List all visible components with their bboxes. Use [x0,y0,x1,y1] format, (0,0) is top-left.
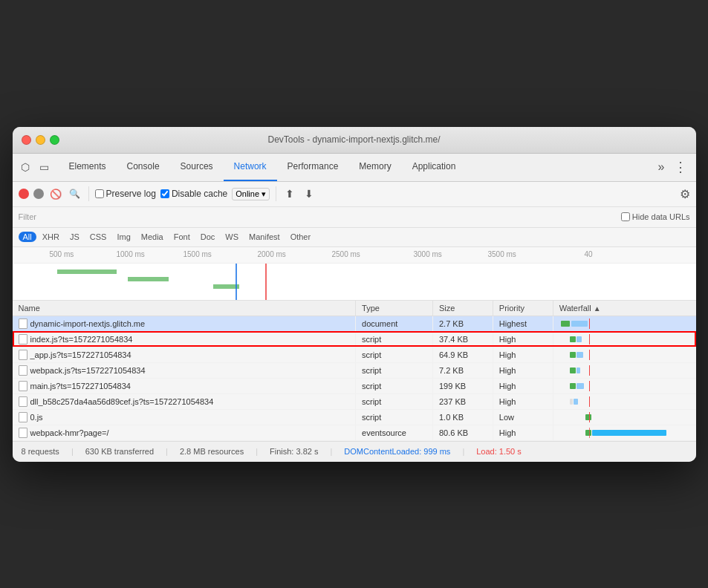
preserve-log-checkbox[interactable] [95,189,104,198]
filter-bar: Filter Hide data URLs [13,207,696,228]
table-row[interactable]: _app.js?ts=1572271054834 script 64.9 KB … [13,347,696,362]
type-filter-manifest[interactable]: Manifest [244,232,285,242]
file-icon [19,334,27,344]
header-type[interactable]: Type [356,301,433,316]
resources-size: 2.8 MB resources [180,447,244,456]
row-type: script [356,331,433,347]
row-priority: High [493,362,553,378]
row-name: webpack-hmr?page=/ [13,425,356,440]
tab-performance[interactable]: Performance [277,154,349,181]
network-table-container[interactable]: Name Type Size Priority Waterfall ▲ dyna… [13,301,696,441]
wf-load-line [589,381,590,391]
type-filter-xhr[interactable]: XHR [38,232,64,242]
row-name: _app.js?ts=1572271054834 [13,347,356,362]
type-filter-doc[interactable]: Doc [196,232,220,242]
row-waterfall [553,393,695,409]
row-waterfall [553,409,695,425]
wf-load-line [589,428,590,438]
traffic-lights [22,135,59,145]
row-waterfall [553,316,695,331]
row-size: 80.6 KB [432,425,493,440]
type-filter-ws[interactable]: WS [221,232,243,242]
type-filter-all[interactable]: All [19,232,36,242]
table-row[interactable]: main.js?ts=1572271054834 script 199 KB H… [13,378,696,393]
tab-network[interactable]: Network [224,154,277,181]
row-priority: High [493,378,553,393]
search-button[interactable]: 🔍 [68,186,82,201]
file-icon [19,365,27,376]
header-waterfall[interactable]: Waterfall ▲ [553,301,695,316]
network-toolbar: 🚫 🔍 Preserve log Disable cache Online ▾ … [13,182,696,207]
maximize-button[interactable] [50,135,59,145]
tab-application[interactable]: Application [402,154,467,181]
file-icon [19,381,27,391]
hide-data-urls[interactable]: Hide data URLs [621,212,690,221]
wf-bar-green [570,383,576,389]
wf-load-line [589,350,590,360]
row-priority: Low [493,409,553,425]
tab-bar: ⬡ ▭ Elements Console Sources Network Per… [13,154,696,182]
wf-load-line [589,412,590,422]
upload-button[interactable]: ⬆ [282,186,297,201]
table-row[interactable]: webpack.js?ts=1572271054834 script 7.2 K… [13,362,696,378]
table-header-row: Name Type Size Priority Waterfall ▲ [13,301,696,316]
more-tabs-button[interactable]: » [654,160,669,174]
row-size: 199 KB [432,378,493,393]
device-icon[interactable]: ▭ [36,159,53,175]
header-size[interactable]: Size [432,301,493,316]
type-filter-js[interactable]: JS [65,232,84,242]
clear-button[interactable]: 🚫 [48,186,63,201]
header-priority[interactable]: Priority [493,301,553,316]
settings-button[interactable]: ⚙ [680,187,690,201]
download-button[interactable]: ⬇ [302,186,316,201]
type-filter-img[interactable]: Img [112,232,134,242]
record-button[interactable] [19,189,29,199]
tab-memory[interactable]: Memory [348,154,401,181]
minimize-button[interactable] [36,135,45,145]
wf-bar-blue [577,336,582,342]
table-row[interactable]: dll_b58c257da4aa56d89cef.js?ts=157227105… [13,393,696,409]
table-row[interactable]: 0.js script 1.0 KB Low [13,409,696,425]
disable-cache-label: Disable cache [160,189,227,199]
load-line [265,264,267,301]
devtools-menu-button[interactable]: ⋮ [669,159,692,175]
tab-sources[interactable]: Sources [170,154,224,181]
wf-bar-green [585,430,591,436]
wf-bar-green [561,321,570,327]
row-type: document [356,316,433,331]
stop-button[interactable] [33,189,44,199]
row-waterfall [553,425,695,440]
type-filter-other[interactable]: Other [286,232,316,242]
row-type: script [356,393,433,409]
type-filter-media[interactable]: Media [137,232,168,242]
disable-cache-checkbox[interactable] [160,189,169,198]
close-button[interactable] [22,135,31,145]
wf-bar-green [570,336,576,342]
wf-bar-blue [577,383,584,389]
hide-data-urls-checkbox[interactable] [621,212,630,221]
tab-console[interactable]: Console [117,154,170,181]
wf-bar-blue [577,352,583,358]
row-waterfall [553,331,695,347]
throttle-select[interactable]: Online ▾ [232,188,270,200]
header-name[interactable]: Name [13,301,356,316]
table-row[interactable]: dynamic-import-nextjs.glitch.me document… [13,316,696,331]
wf-bar-blue [571,321,588,327]
wf-bar-cyan [592,430,666,436]
tab-elements[interactable]: Elements [59,154,117,181]
type-filter-font[interactable]: Font [169,232,195,242]
preserve-log-label: Preserve log [95,189,156,199]
status-bar: 8 requests | 630 KB transferred | 2.8 MB… [13,441,696,462]
cursor-icon[interactable]: ⬡ [17,159,33,175]
sort-arrow: ▲ [594,304,601,313]
table-row[interactable]: webpack-hmr?page=/ eventsource 80.6 KB H… [13,425,696,440]
type-filter-css[interactable]: CSS [85,232,111,242]
file-icon [19,412,27,422]
tick-1000ms: 1000 ms [117,250,145,258]
tab-icons: ⬡ ▭ [17,159,53,175]
table-row[interactable]: index.js?ts=1572271054834 script 37.4 KB… [13,331,696,347]
chevron-down-icon: ▾ [262,189,266,199]
row-priority: Highest [493,316,553,331]
wf-load-line [589,318,590,329]
row-priority: High [493,347,553,362]
